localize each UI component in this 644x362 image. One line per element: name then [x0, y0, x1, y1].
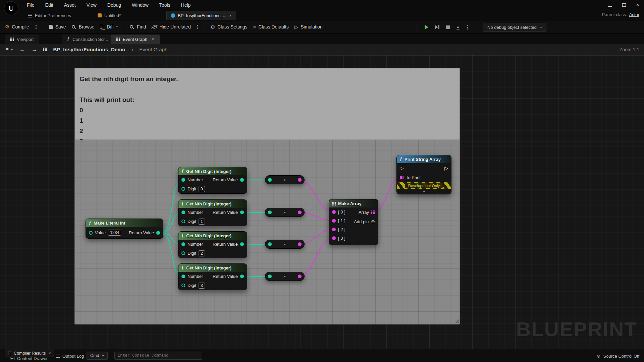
- array-pin-icon[interactable]: [400, 176, 404, 179]
- comment-node[interactable]: Get the nth digit from an integer. This …: [74, 68, 460, 324]
- unreal-logo[interactable]: U: [4, 1, 18, 15]
- digit-input[interactable]: 0: [199, 186, 205, 192]
- int-pin-number[interactable]: [181, 275, 185, 278]
- browse-button[interactable]: Browse: [72, 24, 95, 29]
- int-pin-return[interactable]: [240, 242, 244, 246]
- cmd-select[interactable]: Cmd: [87, 352, 108, 360]
- node-make-array[interactable]: Make Array [ 0 ] [ 1 ] [ 2 ] [ 3 ] Array…: [329, 199, 378, 245]
- node-to-string-3[interactable]: [265, 272, 305, 281]
- tab-event-graph[interactable]: Event Graph ×: [111, 35, 160, 44]
- int-pin-digit[interactable]: [181, 187, 185, 191]
- array-pin-icon[interactable]: [371, 210, 375, 214]
- node-get-nth-digit-0[interactable]: ƒ Get Nth Digit (Integer) Number Return …: [178, 167, 247, 194]
- node-header[interactable]: ƒ Get Nth Digit (Integer): [178, 200, 247, 208]
- diff-button[interactable]: Diff: [100, 24, 118, 29]
- class-settings-button[interactable]: ⚙ Class Settings: [211, 24, 248, 29]
- parent-class-value[interactable]: Actor: [629, 12, 639, 17]
- node-header[interactable]: ƒ Get Nth Digit (Integer): [178, 232, 247, 240]
- menu-edit[interactable]: Edit: [45, 2, 53, 8]
- find-button[interactable]: Find: [130, 24, 146, 29]
- eject-icon[interactable]: ▲: [457, 25, 460, 29]
- node-print-string-array[interactable]: ƒ Print String Array ▷ ▷ To Print Develo…: [396, 155, 451, 194]
- breadcrumb-asset[interactable]: BP_InsythorFunctions_Demo: [53, 47, 125, 52]
- event-graph-canvas[interactable]: Get the nth digit from an integer. This …: [0, 55, 644, 349]
- menu-debug[interactable]: Debug: [107, 2, 121, 8]
- close-tab-icon[interactable]: ×: [229, 13, 232, 18]
- compiler-results-tab[interactable]: Compiler Results ×: [5, 350, 54, 357]
- string-pin[interactable]: [298, 275, 302, 278]
- string-pin-2[interactable]: [332, 228, 336, 231]
- menu-asset[interactable]: Asset: [64, 2, 76, 8]
- node-get-nth-digit-1[interactable]: ƒ Get Nth Digit (Integer) Number Return …: [178, 199, 247, 226]
- class-defaults-button[interactable]: ≡ Class Defaults: [253, 24, 289, 29]
- int-pin-number[interactable]: [181, 242, 185, 246]
- int-pin-number[interactable]: [181, 210, 185, 214]
- node-header[interactable]: ƒ Get Nth Digit (Integer): [178, 264, 247, 272]
- node-get-nth-digit-3[interactable]: ƒ Get Nth Digit (Integer) Number Return …: [178, 263, 247, 290]
- bookmark-button[interactable]: ⚑: [5, 47, 13, 53]
- int-pin[interactable]: [268, 242, 272, 246]
- simulation-button[interactable]: ▷ Simulation: [294, 24, 323, 29]
- menu-help[interactable]: Help: [181, 2, 191, 8]
- string-pin-0[interactable]: [332, 210, 336, 214]
- int-pin-value[interactable]: [89, 231, 93, 235]
- menu-view[interactable]: View: [87, 2, 97, 8]
- string-pin-1[interactable]: [332, 219, 336, 223]
- int-pin-return[interactable]: [156, 231, 160, 235]
- tab-construction-script[interactable]: ƒ Construction Scr...: [62, 35, 113, 44]
- menu-tools[interactable]: Tools: [159, 2, 170, 8]
- int-pin-return[interactable]: [240, 178, 244, 182]
- close-button[interactable]: ×: [636, 2, 639, 8]
- node-to-string-2[interactable]: [265, 240, 305, 249]
- hide-unrelated-button[interactable]: Hide Unrelated: [152, 24, 191, 29]
- node-to-string-1[interactable]: [265, 208, 305, 217]
- exec-out-pin[interactable]: ▷: [444, 166, 448, 171]
- maximize-button[interactable]: [622, 2, 626, 8]
- digit-input[interactable]: 1: [199, 219, 205, 225]
- digit-input[interactable]: 2: [199, 250, 205, 256]
- string-pin[interactable]: [298, 242, 302, 246]
- exec-in-pin[interactable]: ▷: [400, 166, 404, 171]
- frame-skip-icon[interactable]: [435, 25, 439, 29]
- tab-untitled[interactable]: Untitled*: [94, 11, 125, 20]
- breadcrumb-current[interactable]: Event Graph: [139, 47, 167, 52]
- node-header[interactable]: ƒ Make Literal Int: [86, 219, 163, 227]
- menu-file[interactable]: File: [27, 2, 35, 8]
- compile-button[interactable]: ⚙ Compile: [5, 24, 29, 29]
- tab-viewport[interactable]: Viewport: [5, 35, 39, 44]
- menu-window[interactable]: Window: [132, 2, 149, 8]
- int-pin[interactable]: [268, 178, 272, 182]
- node-header[interactable]: ƒ Print String Array: [397, 155, 451, 163]
- int-pin-number[interactable]: [181, 178, 185, 182]
- forward-button[interactable]: →: [31, 46, 37, 53]
- node-make-literal-int[interactable]: ƒ Make Literal Int Value 1234 Return Val…: [86, 219, 163, 239]
- int-pin[interactable]: [268, 275, 272, 278]
- add-pin-button[interactable]: Add pin ⊕: [354, 219, 375, 224]
- node-header[interactable]: Make Array: [329, 199, 378, 207]
- back-button[interactable]: ←: [19, 46, 25, 53]
- compile-options-icon[interactable]: [36, 26, 37, 27]
- string-pin[interactable]: [298, 210, 302, 214]
- console-command-input[interactable]: [114, 352, 202, 360]
- value-input[interactable]: 1234: [108, 230, 121, 236]
- play-icon[interactable]: [425, 25, 428, 29]
- hide-unrelated-options-icon[interactable]: [197, 26, 198, 27]
- close-icon[interactable]: ×: [48, 351, 51, 356]
- minimize-button[interactable]: [608, 2, 612, 8]
- stop-icon[interactable]: [446, 25, 450, 29]
- node-to-string-0[interactable]: [265, 175, 305, 184]
- int-pin-digit[interactable]: [181, 220, 185, 223]
- int-pin-digit[interactable]: [181, 251, 185, 255]
- save-button[interactable]: Save: [49, 24, 66, 29]
- int-pin-return[interactable]: [240, 275, 244, 278]
- tab-blueprint-active[interactable]: BP_InsythorFunctions_... ×: [166, 11, 236, 20]
- source-control-button[interactable]: ⊘ Source Control Off: [597, 353, 639, 359]
- array-output[interactable]: Array: [359, 210, 375, 215]
- int-pin[interactable]: [268, 210, 272, 214]
- node-get-nth-digit-2[interactable]: ƒ Get Nth Digit (Integer) Number Return …: [178, 231, 247, 258]
- int-pin-digit[interactable]: [181, 284, 185, 287]
- int-pin-return[interactable]: [240, 210, 244, 214]
- string-pin[interactable]: [298, 178, 302, 182]
- debug-object-select[interactable]: No debug object selected: [483, 23, 546, 32]
- advanced-pins-expander[interactable]: [397, 189, 451, 194]
